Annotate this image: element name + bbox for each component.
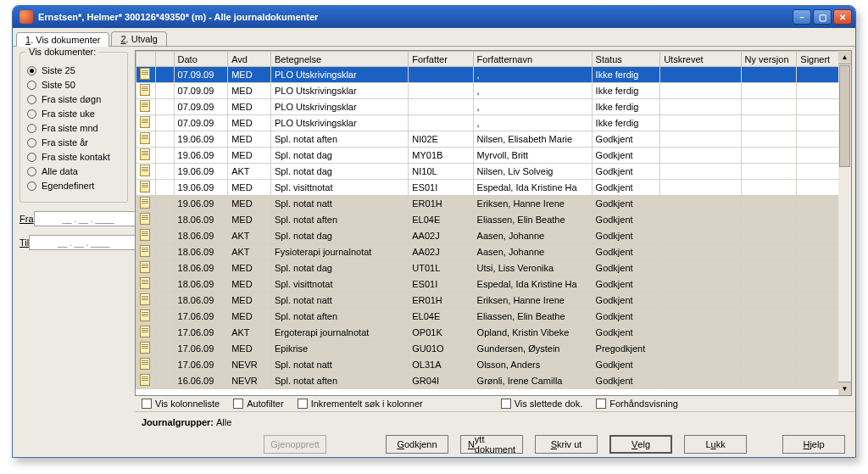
date-from-input[interactable] [34, 211, 143, 226]
cell-forfatternavn: Nilsen, Liv Solveig [473, 164, 592, 180]
chk-autofilter[interactable]: Autofilter [233, 399, 283, 409]
col-header[interactable]: Status [592, 52, 660, 67]
chk-inkrementelt[interactable]: Inkrementelt søk i kolonner [298, 399, 423, 409]
table-row[interactable]: 17.06.09MEDSpl. notat aftenEL04EEliassen… [136, 309, 851, 325]
radio-fra-siste-år[interactable]: Fra siste år [27, 137, 120, 148]
velg-button[interactable]: Velg [609, 435, 672, 454]
cell-betegnelse: Spl. notat dag [271, 148, 409, 164]
col-header[interactable]: Dato [174, 52, 228, 67]
cell-forfatter: ER01H [409, 293, 473, 309]
titlebar[interactable]: Ernstsen*, Helmer* 300126*49350* (m) - A… [13, 6, 855, 28]
cell-betegnelse: Ergoterapi journalnotat [271, 325, 409, 341]
cell-forfatternavn: Eliassen, Elin Beathe [473, 212, 592, 228]
cell-avd: MED [228, 148, 271, 164]
table-row[interactable]: 18.06.09AKTSpl. notat dagAA02JAasen, Joh… [136, 228, 851, 244]
col-header[interactable]: Ny versjon [741, 52, 797, 67]
table-row[interactable]: 18.06.09AKTFysioterapi journalnotatAA02J… [136, 244, 851, 260]
cell-nyversjon [741, 276, 797, 293]
cell-dato: 19.06.09 [174, 131, 228, 148]
hjelp-button[interactable]: Hjelp [782, 435, 845, 454]
table-row[interactable]: 18.06.09MEDSpl. visittnotatES01IEspedal,… [136, 276, 851, 293]
table-row[interactable]: 18.06.09MEDSpl. notat nattER01HEriksen, … [136, 293, 851, 309]
scrollbar[interactable]: ▲ ▼ [838, 50, 852, 396]
nytt-dokument-button[interactable]: Nytt dokument [460, 435, 523, 454]
godkjenn-button[interactable]: Godkjenn [386, 435, 448, 454]
table-row[interactable]: 07.09.09MEDPLO Utskrivingsklar,Ikke ferd… [136, 83, 851, 99]
table-row[interactable]: 19.06.09MEDSpl. visittnotatES01IEspedal,… [136, 180, 851, 196]
cell-forfatternavn: Myrvoll, Britt [473, 148, 592, 164]
tab-utvalg[interactable]: 2. Utvalg [111, 31, 166, 46]
col-header[interactable]: Forfatternavn [473, 52, 592, 67]
table-row[interactable]: 19.06.09MEDSpl. notat aftenNI02ENilsen, … [136, 131, 851, 148]
table-row[interactable]: 07.09.09MEDPLO Utskrivingsklar,Ikke ferd… [136, 99, 851, 115]
col-header[interactable] [156, 52, 174, 67]
lukk-button[interactable]: Lukk [684, 435, 747, 454]
close-button[interactable]: ✕ [833, 9, 852, 25]
table-row[interactable]: 17.06.09AKTErgoterapi journalnotatOP01KO… [136, 325, 851, 341]
table-row[interactable]: 18.06.09MEDSpl. notat aftenEL04EEliassen… [136, 212, 851, 228]
document-icon [140, 68, 150, 80]
radio-fra-siste-døgn[interactable]: Fra siste døgn [27, 94, 120, 104]
minimize-button[interactable]: – [793, 9, 811, 25]
cell-betegnelse: PLO Utskrivingsklar [271, 115, 409, 131]
scroll-up-icon[interactable]: ▲ [838, 51, 851, 64]
tab-vis-dokumenter[interactable]: 1. Vis dokumenter [16, 32, 109, 47]
table-row[interactable]: 17.06.09MEDEpikriseGU01OGundersen, Øyste… [136, 341, 851, 357]
cell-dato: 16.06.09 [174, 373, 228, 389]
cell-betegnelse: Spl. notat aften [271, 212, 409, 228]
radio-alle-data[interactable]: Alle data [27, 166, 120, 176]
table-row[interactable]: 16.06.09NEVRSpl. notat aftenGR04IGrønli,… [136, 373, 851, 389]
cell-forfatternavn: Olsson, Anders [473, 357, 592, 373]
cell-avd: MED [228, 309, 271, 325]
cell-utskrevet [660, 228, 741, 244]
cell-betegnelse: Fysioterapi journalnotat [271, 244, 409, 260]
document-grid[interactable]: DatoAvdBetegnelseForfatterForfatternavnS… [135, 50, 852, 396]
maximize-button[interactable]: ▢ [813, 9, 832, 25]
chk-vis-kolonneliste[interactable]: Vis kolonneliste [142, 399, 220, 409]
cell-forfatter [409, 115, 473, 131]
radio-label: Siste 50 [42, 80, 75, 90]
radio-fra-siste-uke[interactable]: Fra siste uke [27, 109, 120, 119]
table-row[interactable]: 19.06.09MEDSpl. notat dagMY01BMyrvoll, B… [136, 148, 851, 164]
date-to-input[interactable] [29, 235, 138, 250]
col-header[interactable]: Avd [228, 52, 271, 67]
col-header[interactable]: Forfatter [409, 52, 473, 67]
radio-siste-50[interactable]: Siste 50 [27, 80, 120, 90]
radio-fra-siste-kontakt[interactable]: Fra siste kontakt [27, 152, 120, 162]
document-icon [140, 358, 150, 370]
cell-forfatternavn: , [473, 83, 592, 99]
cell-icon [136, 309, 156, 325]
chk-vis-slettede[interactable]: Vis slettede dok. [501, 399, 583, 409]
table-row[interactable]: 19.06.09MEDSpl. notat nattER01HEriksen, … [136, 196, 851, 212]
cell-blank [156, 341, 174, 357]
col-header[interactable]: Betegnelse [271, 52, 409, 67]
scroll-down-icon[interactable]: ▼ [838, 382, 851, 395]
table-row[interactable]: 07.09.09MEDPLO Utskrivingsklar,Ikke ferd… [136, 115, 851, 131]
radio-fra-siste-mnd[interactable]: Fra siste mnd [27, 123, 120, 133]
radio-dot-icon [27, 66, 36, 75]
scroll-thumb[interactable] [839, 65, 850, 167]
col-header[interactable] [136, 52, 156, 67]
cell-dato: 07.09.09 [174, 115, 228, 131]
cell-forfatter: EL04E [409, 309, 473, 325]
table-row[interactable]: 17.06.09NEVRSpl. notat nattOL31AOlsson, … [136, 357, 851, 373]
col-header[interactable]: Utskrevet [660, 52, 741, 67]
radio-egendefinert[interactable]: Egendefinert [27, 181, 120, 191]
table-row[interactable]: 19.06.09AKTSpl. notat dagNI10LNilsen, Li… [136, 164, 851, 180]
cell-avd: MED [228, 180, 271, 196]
cell-betegnelse: Spl. notat dag [271, 164, 409, 180]
cell-dato: 18.06.09 [174, 244, 228, 260]
cell-betegnelse: Spl. notat aften [271, 373, 409, 389]
cell-nyversjon [741, 341, 797, 357]
radio-siste-25[interactable]: Siste 25 [27, 65, 120, 75]
cell-blank [156, 196, 174, 212]
table-row[interactable]: 18.06.09MEDSpl. notat dagUT01LUtsi, Liss… [136, 260, 851, 276]
table-row[interactable]: 07.09.09MEDPLO Utskrivingsklar,Ikke ferd… [136, 67, 851, 83]
cell-blank [156, 148, 174, 164]
chk-forhandsvisning[interactable]: Forhåndsvisning [596, 399, 678, 409]
skriv-ut-button[interactable]: Skriv ut [535, 435, 598, 454]
cell-forfatternavn: Nilsen, Elisabeth Marie [473, 131, 592, 148]
cell-utskrevet [660, 373, 741, 389]
cell-status: Godkjent [592, 164, 660, 180]
cell-forfatter: ER01H [409, 196, 473, 212]
